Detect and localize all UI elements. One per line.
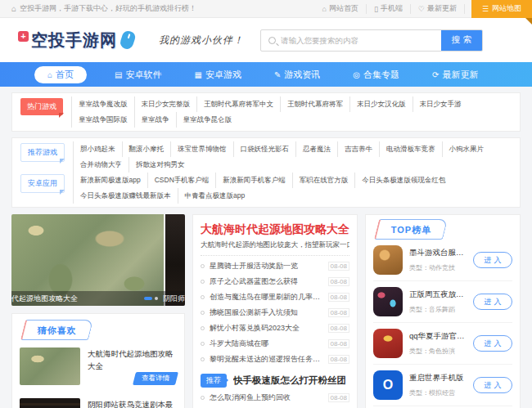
rank-game-name[interactable]: 正版周五夜放克手机版 <box>409 289 467 300</box>
rank-game-name[interactable]: 重启世界手机版 <box>409 373 467 383</box>
game-icon[interactable]: O <box>373 370 403 400</box>
android-app-link[interactable]: 军职在线官方版 <box>292 173 355 188</box>
carousel-dot[interactable] <box>155 297 158 300</box>
recommended-game-link[interactable]: 合并动物大亨 <box>73 157 128 173</box>
guess-item: 大航海时代起源地图攻略大全 查看详情 <box>20 340 177 391</box>
guess-you-like-panel: 猜你喜欢 大航海时代起源地图攻略大全 查看详情 阴阳师站获鸟竞速剧本最新阵容20… <box>11 313 185 408</box>
nav-item-latest-updates[interactable]: ⟳ 最新更新 <box>416 62 494 87</box>
search-button[interactable]: 搜索 <box>441 30 482 51</box>
recommended-game-link[interactable]: 珠宝世界博物馆 <box>170 141 233 157</box>
rank-game-name[interactable]: 墨斗游戏台服下载安装 <box>409 248 467 258</box>
guess-item-thumbnail[interactable] <box>20 347 80 385</box>
topbar-link-home[interactable]: ⌂ 网站首页 <box>314 4 366 14</box>
rank-game-name[interactable]: qq华夏手游官方最新版 <box>409 331 467 342</box>
news-link[interactable]: 星腾骑士开服活动奖励一览 <box>210 261 323 271</box>
game-icon[interactable] <box>373 245 403 275</box>
recommend-card: 推荐游戏 胆小鸡起来 翻滚小摩托 珠宝世界博物馆 口袋妖怪光影石 忍者魔法 吉吉… <box>11 137 521 208</box>
sitemap-button[interactable]: ☰ 网站地图 <box>471 0 532 18</box>
news-link[interactable]: 创造与魔法鸟在哪里刷新的几率最高 <box>210 292 323 303</box>
android-app-link[interactable]: 新浪新闻手机客户端 <box>215 173 292 188</box>
collection-icon: ◎ <box>353 70 360 79</box>
featured-article-title[interactable]: 大航海时代起源地图攻略大全 <box>201 221 349 238</box>
game-icon[interactable] <box>373 287 403 316</box>
news-date: 08-08 <box>328 262 349 271</box>
guess-item-title[interactable]: 大航海时代起源地图攻略大全 <box>88 347 177 372</box>
site-slogan: 空投手游网，手游下载中心，好玩的手机游戏排行榜！ <box>20 3 196 14</box>
site-logo[interactable]: + 空投手游网 <box>18 29 134 52</box>
refresh-icon: ⟳ <box>432 70 439 79</box>
search-input[interactable] <box>281 30 441 51</box>
recommended-game-link[interactable]: 拆散这对狗男女 <box>128 157 192 173</box>
hot-game-link[interactable]: 末日少女完整版 <box>134 96 197 112</box>
hot-games-badge: 热门游戏 <box>20 98 63 115</box>
news-date: 08-08 <box>328 293 349 302</box>
news-date: 08-08 <box>328 324 349 333</box>
topbar-link-mobile[interactable]: ▯ 手机端 <box>367 4 411 14</box>
hot-game-link[interactable]: 王朝时代幕府将军中文 <box>196 96 280 112</box>
view-details-button[interactable]: 查看详情 <box>133 372 178 385</box>
recommended-games-badge: 推荐游戏 <box>20 143 65 162</box>
game-icon[interactable] <box>373 329 403 358</box>
bullet-icon <box>201 357 205 361</box>
hot-game-link[interactable]: 皇室战争国际版 <box>71 112 134 128</box>
enter-button[interactable]: 进入 <box>473 335 512 352</box>
android-app-link[interactable]: 中青看点极速版app <box>178 188 252 204</box>
news-row: 解忧小村落兑换码2023大全08-08 <box>201 321 349 336</box>
news-date: 08-08 <box>328 277 349 286</box>
nav-item-home[interactable]: ⌂ 首页 <box>34 66 87 83</box>
hot-game-link[interactable]: 末日少女手游 <box>413 96 468 112</box>
android-app-link[interactable]: CSDN手机客户端 <box>147 173 216 188</box>
games-icon: ▦ <box>195 70 202 79</box>
left-column: 大航海时代起源地图攻略大全 阴阳师站获鸟竞速剧本最新阵容2023 猜你喜欢 大航… <box>11 214 185 408</box>
enter-button[interactable]: 进入 <box>473 377 512 393</box>
hot-game-link[interactable]: 王朝时代幕府将军 <box>280 96 349 112</box>
enter-button[interactable]: 进入 <box>473 294 512 310</box>
hot-game-link[interactable]: 末日少女汉化版 <box>349 96 413 112</box>
top-rank-tab[interactable]: TOP榜单 <box>374 219 449 240</box>
enter-button[interactable]: 进入 <box>473 252 512 268</box>
software-icon: ▤ <box>115 70 122 79</box>
recommended-game-link[interactable]: 胆小鸡起来 <box>73 141 122 157</box>
carousel-pagination[interactable] <box>144 297 158 300</box>
recommended-game-link[interactable]: 小狗水果片 <box>442 141 491 157</box>
recommended-game-link[interactable]: 吉吉养牛 <box>337 141 379 157</box>
logo-plus-icon: + <box>18 31 29 42</box>
recommended-heading-link[interactable]: 快手极速版怎么打开粉丝团 <box>233 374 346 387</box>
bullet-icon <box>201 326 205 330</box>
topbar-link-updates[interactable]: ♡ 最新更新 <box>411 4 465 14</box>
news-link[interactable]: 黎明觉醒未送达的巡逻报告任务送给谁攻略 <box>210 354 323 365</box>
carousel[interactable]: 大航海时代起源地图攻略大全 阴阳师站获鸟竞速剧本最新阵容2023 <box>11 214 185 306</box>
recommended-game-link[interactable]: 电动滑板车竞赛 <box>379 141 442 157</box>
guess-you-like-tab[interactable]: 猜你喜欢 <box>20 320 93 340</box>
recommended-badge: 推荐 <box>201 374 227 388</box>
android-app-link[interactable]: 今日头条极速版赚钱最新版本 <box>73 188 178 204</box>
recommended-game-link[interactable]: 口袋妖怪光影石 <box>233 141 296 157</box>
news-link[interactable]: 怎么取消闲鱼上预约回收 <box>210 392 323 403</box>
hot-game-link[interactable]: 皇室战争魔改版 <box>71 96 134 112</box>
news-link[interactable]: 解忧小村落兑换码2023大全 <box>210 323 323 334</box>
android-app-link[interactable]: 今日头条极速版领现金红包 <box>354 173 452 188</box>
home-icon: ⌂ <box>47 70 52 79</box>
news-link[interactable]: 拂晓国服公测新手入坑须知 <box>210 307 323 318</box>
news-icon: ✎ <box>274 70 281 79</box>
nav-item-game-news[interactable]: ✎ 游戏资讯 <box>258 62 336 87</box>
hot-game-link[interactable]: 皇室战争昆仑版 <box>176 112 239 128</box>
guess-item-title[interactable]: 阴阳师站获鸟竞速剧本最新阵容2023 <box>88 398 177 408</box>
carousel-caption: 大航海时代起源地图攻略大全 <box>11 294 142 304</box>
guess-item-thumbnail[interactable] <box>20 398 80 408</box>
recommended-game-link[interactable]: 忍者魔法 <box>295 141 337 157</box>
nav-item-collections[interactable]: ◎ 合集专题 <box>336 62 416 87</box>
news-date: 08-08 <box>328 355 349 364</box>
carousel-caption-bar: 大航海时代起源地图攻略大全 阴阳师站获鸟竞速剧本最新阵容2023 <box>11 291 185 306</box>
news-row: 怎么取消闲鱼上预约回收08-08 <box>201 390 349 406</box>
nav-item-android-games[interactable]: ▦ 安卓游戏 <box>178 62 258 87</box>
news-link[interactable]: 斗罗大陆商城在哪 <box>210 339 323 349</box>
recommended-game-link[interactable]: 翻滚小摩托 <box>122 141 171 157</box>
android-app-link[interactable]: 新浪新闻极速版app <box>73 173 147 188</box>
hot-game-link[interactable]: 皇室战争 <box>134 112 176 128</box>
news-row: 黎明觉醒未送达的巡逻报告任务送给谁攻略08-08 <box>201 352 349 367</box>
nav-item-android-software[interactable]: ▤ 安卓软件 <box>98 62 178 87</box>
news-link[interactable]: 原子之心武器蓝图怎么获得 <box>210 276 323 287</box>
bullet-icon <box>201 396 205 400</box>
carousel-dot-active[interactable] <box>144 297 152 300</box>
